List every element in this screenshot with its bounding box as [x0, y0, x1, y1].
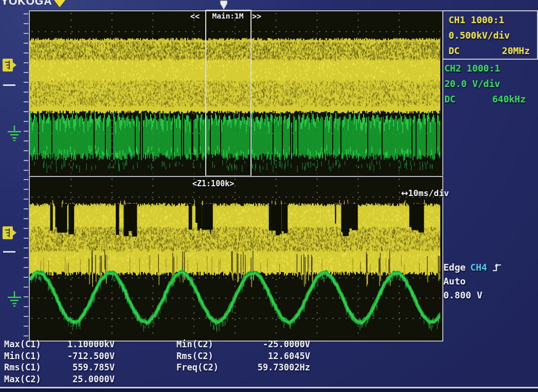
trigger-mode: Auto [443, 274, 502, 288]
ch2-bandwidth: 640kHz [492, 92, 526, 107]
main-window-label: Main:1M [206, 12, 249, 20]
trigger-level-tick-main [3, 84, 15, 86]
meas-label: Rms(C2) [176, 351, 236, 363]
trigger-source: CH4 [470, 260, 487, 274]
left-scale-ticks-zoom [24, 179, 28, 336]
bottom-screen-edge [0, 388, 538, 392]
ch1-settings-box: CH1 1000:1 0.500kV/div DC20MHz [442, 10, 538, 60]
trigger-position-pointer-icon [218, 0, 229, 10]
ch2-ground-marker-zoom [6, 290, 23, 308]
meas-label: Freq(C2) [176, 362, 236, 374]
measurements-column-1: Max(C1)1.10000kV Min(C1)-712.500V Rms(C1… [4, 339, 115, 385]
ch2-name: CH2 [444, 63, 461, 74]
main-waveform-window [29, 10, 443, 177]
zoom-window-canvas [30, 177, 440, 338]
left-scale-ticks-main [24, 13, 28, 172]
trigger-level: 0.800 V [443, 288, 502, 302]
trigger-level-tick-zoom [3, 251, 15, 253]
ch1-ground-marker-zoom [2, 225, 17, 241]
oscilloscope-screen: YOKOGAWA 1MS/s 100ms/div << Main:1M >> <… [0, 0, 538, 392]
yellow-down-triangle-icon [54, 0, 65, 7]
zoom-timebase: 10ms/div [408, 188, 449, 198]
meas-label: Min(C2) [176, 339, 236, 351]
main-window-canvas [30, 11, 440, 174]
left-right-arrow-icon: ↔ [401, 188, 408, 198]
ch2-ground-marker-main [6, 124, 23, 142]
zoom-window-label: <Z1:100k> [192, 179, 234, 188]
ch1-probe-ratio: 1000:1 [471, 14, 504, 25]
brand-logo-text: YOKOGAWA [1, 0, 52, 7]
meas-value: -712.500V [61, 351, 115, 363]
rising-edge-icon [492, 262, 502, 273]
ch1-name: CH1 [449, 14, 465, 25]
meas-label: Max(C1) [4, 339, 61, 351]
trigger-settings-block: Edge CH4 Auto 0.800 V [443, 260, 502, 302]
meas-value: 1.10000kV [61, 339, 115, 351]
main-nav-right: >> [252, 12, 261, 21]
ch2-scale: 20.0 V/div [444, 76, 526, 92]
ch2-coupling-bandwidth: DC640kHz [444, 92, 526, 107]
meas-value: 59.73002Hz [236, 362, 310, 374]
ch2-probe-ratio: 1000:1 [467, 63, 500, 74]
ch1-ground-marker-main [2, 58, 17, 73]
ch2-settings-block: CH2 1000:1 20.0 V/div DC640kHz [444, 61, 526, 107]
measurements-column-2: Min(C2)-25.0000V Rms(C2)12.6045V Freq(C2… [176, 339, 310, 374]
ch1-coupling: DC [449, 43, 460, 59]
ch2-name-probe: CH2 1000:1 [444, 61, 526, 76]
meas-value: 559.785V [61, 362, 115, 374]
meas-value: 25.0000V [61, 374, 115, 386]
ch1-bandwidth: 20MHz [502, 43, 530, 59]
brand-logo: YOKOGAWA [1, 0, 52, 7]
meas-value: -25.0000V [236, 339, 310, 351]
zoom-timebase-readout: ↔10ms/div [381, 179, 440, 208]
ch1-scale: 0.500kV/div [449, 28, 537, 43]
ch2-coupling: DC [444, 92, 456, 107]
meas-label: Rms(C1) [4, 362, 61, 374]
acquisition-readout: 1MS/s 100ms/div [309, 0, 441, 9]
trigger-type: Edge [443, 260, 465, 274]
main-nav-left: << [190, 12, 200, 21]
ch1-name-probe: CH1 1000:1 [449, 12, 537, 28]
ch1-coupling-bandwidth: DC20MHz [449, 43, 530, 59]
meas-value: 12.6045V [236, 351, 310, 363]
meas-label: Max(C2) [4, 374, 61, 386]
meas-label: Min(C1) [4, 351, 61, 363]
